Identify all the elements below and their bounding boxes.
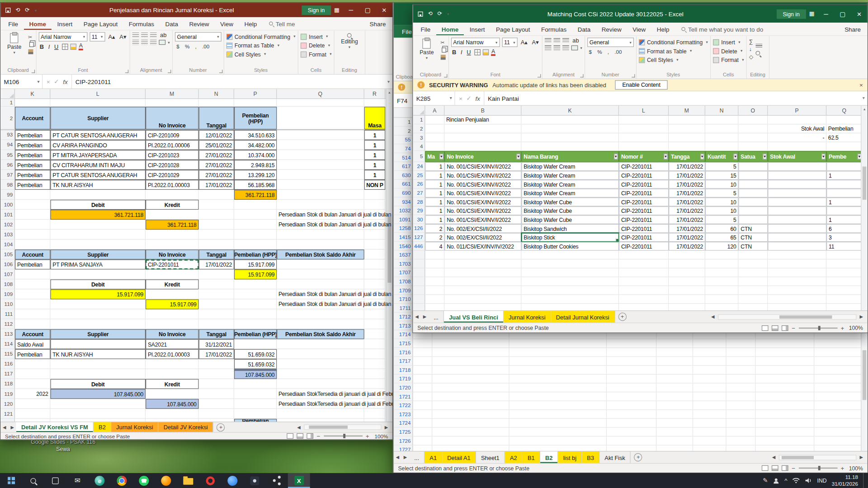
cell[interactable] bbox=[199, 399, 234, 409]
horizontal-align-icon[interactable] bbox=[141, 40, 148, 45]
row-header[interactable]: 109 bbox=[0, 289, 15, 299]
cell[interactable] bbox=[425, 295, 444, 304]
cell[interactable] bbox=[146, 419, 199, 422]
cell[interactable] bbox=[199, 239, 234, 249]
cell[interactable]: CIP-2201011 bbox=[146, 259, 199, 269]
cell[interactable]: 17/01/2022 bbox=[199, 349, 234, 359]
cell[interactable]: Account bbox=[15, 329, 50, 339]
cell[interactable] bbox=[234, 220, 277, 230]
font-name-combobox-dropdown-icon[interactable]: ▾ bbox=[495, 40, 497, 44]
sheet-tab[interactable]: Detail A1 bbox=[442, 451, 476, 463]
cancel-icon[interactable]: × bbox=[459, 95, 462, 102]
cell[interactable]: Pembelian bbox=[15, 160, 50, 170]
cell-styles-button[interactable]: Cell Styles▾ bbox=[226, 50, 295, 59]
cell[interactable] bbox=[50, 220, 146, 230]
cell[interactable] bbox=[738, 304, 768, 310]
cell[interactable] bbox=[755, 401, 814, 410]
cell[interactable] bbox=[607, 366, 656, 375]
cell[interactable] bbox=[705, 295, 738, 304]
cell[interactable] bbox=[768, 215, 826, 224]
cell[interactable] bbox=[619, 277, 669, 286]
cell[interactable]: No. 002/EX/CSI/II/2022 bbox=[444, 233, 521, 242]
row-header[interactable]: 27 bbox=[413, 189, 425, 198]
cell[interactable] bbox=[814, 410, 868, 419]
row-header[interactable]: 1727 bbox=[394, 446, 413, 451]
cell[interactable]: Persediaan Stok di bulan Januari di jual… bbox=[277, 210, 364, 220]
taskbar-icon-search[interactable] bbox=[22, 473, 44, 488]
cell[interactable] bbox=[768, 116, 826, 125]
scroll-right-icon[interactable]: ▶ bbox=[858, 455, 865, 460]
scrollbar-thumb[interactable] bbox=[779, 315, 832, 318]
cancel-icon[interactable]: × bbox=[47, 78, 50, 85]
cell[interactable] bbox=[768, 277, 826, 286]
scroll-right-icon[interactable]: ▶ bbox=[382, 425, 390, 430]
cell[interactable] bbox=[425, 133, 444, 142]
cell[interactable] bbox=[15, 359, 50, 369]
taskbar-icon-chrome[interactable] bbox=[111, 473, 133, 488]
taskbar-icon-app-dark[interactable] bbox=[244, 473, 266, 488]
language-indicator[interactable]: IND bbox=[817, 478, 827, 483]
cell[interactable] bbox=[146, 409, 199, 419]
cell[interactable] bbox=[768, 295, 826, 304]
cell[interactable] bbox=[669, 277, 705, 286]
zoom-in-icon[interactable]: + bbox=[840, 324, 844, 331]
cell[interactable]: CIP-2201011 bbox=[619, 189, 669, 198]
cell[interactable] bbox=[738, 116, 768, 125]
cell[interactable] bbox=[619, 251, 669, 260]
row-header[interactable]: 1703 bbox=[394, 259, 413, 268]
cell[interactable] bbox=[15, 299, 50, 309]
cell[interactable] bbox=[277, 409, 364, 419]
sheet-tab[interactable]: B3 bbox=[582, 451, 599, 463]
italic-button[interactable]: I bbox=[47, 44, 51, 50]
cell[interactable] bbox=[755, 366, 814, 375]
cell[interactable]: 17/01/2022 bbox=[669, 206, 705, 216]
cell[interactable]: Masa bbox=[364, 107, 386, 129]
sheet-tab[interactable]: ... bbox=[429, 311, 444, 323]
cell[interactable] bbox=[509, 428, 607, 437]
cell[interactable] bbox=[146, 230, 199, 239]
format-as-table-button[interactable]: Format as Table▾ bbox=[226, 41, 295, 50]
column-header[interactable]: O bbox=[738, 106, 768, 115]
cell[interactable] bbox=[413, 392, 432, 401]
sheet-nav-left-icon[interactable]: ◀ bbox=[394, 451, 401, 463]
cell[interactable] bbox=[413, 357, 432, 366]
cell[interactable] bbox=[607, 375, 656, 384]
cell[interactable] bbox=[277, 349, 364, 359]
cell[interactable]: No. 002/EX/CSI/II/2022 bbox=[444, 224, 521, 233]
tell-me[interactable]: Tell me bbox=[269, 17, 295, 30]
cell[interactable] bbox=[234, 239, 277, 249]
cell[interactable] bbox=[768, 286, 826, 295]
cell[interactable]: 17/01/2022 bbox=[669, 224, 705, 233]
cell[interactable]: 5 bbox=[705, 162, 738, 171]
cell[interactable] bbox=[432, 392, 509, 401]
maximize-button[interactable]: ▢ bbox=[359, 3, 376, 17]
row-header[interactable]: 1719 bbox=[394, 375, 413, 384]
cell[interactable] bbox=[755, 446, 814, 451]
cell[interactable] bbox=[277, 419, 364, 422]
row-header[interactable]: 102 bbox=[0, 220, 15, 230]
row-header[interactable]: 1710 bbox=[394, 295, 413, 304]
cell[interactable] bbox=[146, 210, 199, 220]
format-painter-icon[interactable] bbox=[440, 55, 445, 60]
cell[interactable] bbox=[413, 410, 432, 419]
cell[interactable] bbox=[15, 279, 50, 289]
horizontal-align-icon[interactable] bbox=[562, 45, 569, 50]
column-header[interactable]: Q bbox=[277, 89, 364, 99]
cell[interactable] bbox=[234, 99, 277, 107]
cell[interactable] bbox=[364, 409, 386, 419]
copy-icon[interactable] bbox=[29, 42, 33, 47]
cell[interactable] bbox=[521, 259, 619, 268]
cell[interactable] bbox=[364, 329, 386, 339]
cell[interactable]: Kuantit bbox=[705, 151, 738, 162]
cell[interactable] bbox=[607, 384, 656, 393]
cell[interactable] bbox=[234, 409, 277, 419]
cell[interactable] bbox=[814, 375, 868, 384]
ribbon-tab-file[interactable]: File bbox=[3, 17, 24, 30]
cell[interactable] bbox=[705, 116, 738, 125]
cell[interactable] bbox=[509, 410, 607, 419]
tell-me[interactable]: Tell me what you want to do bbox=[681, 23, 763, 35]
cell[interactable] bbox=[364, 269, 386, 279]
row-header[interactable]: 103 bbox=[0, 230, 15, 239]
taskbar-icon-opera[interactable] bbox=[199, 473, 222, 488]
cell[interactable]: 107.845.000 bbox=[234, 369, 277, 379]
